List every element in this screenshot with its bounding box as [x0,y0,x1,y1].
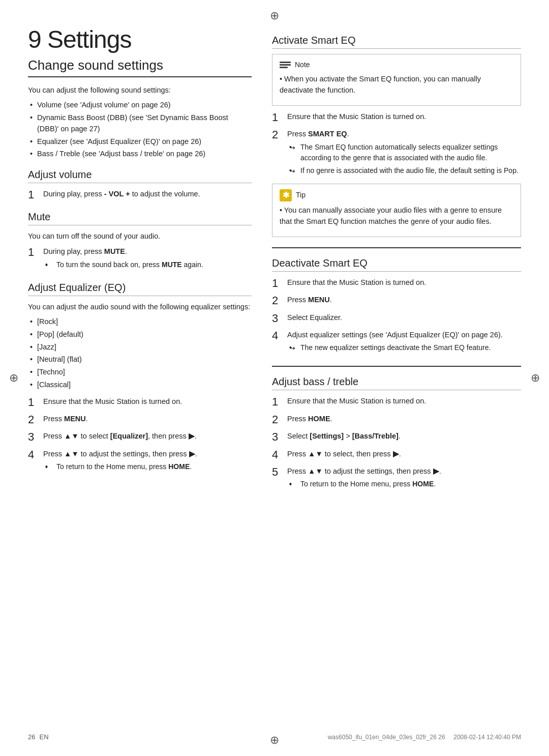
chapter-heading: 9 Settings [28,25,252,53]
step-item: 1 During play, press MUTE. • To turn the… [28,246,252,272]
list-item: [Neutral] (flat) [28,354,252,365]
step-num: 2 [272,128,283,141]
page-footer: 26 EN was6050_ifu_01en_04de_03es_02fr_26… [28,733,521,741]
sub-step-text: If no genre is associated with the audio… [300,165,518,177]
mute-intro: You can turn off the sound of your audio… [28,230,252,242]
step-num: 5 [272,466,283,479]
sub-step: • To turn the sound back on, press MUTE … [43,259,252,271]
footer-date: 2008-02-14 12:40:40 PM [453,734,521,741]
step-item: 2 Press MENU. [28,413,252,426]
step-num: 2 [272,413,283,426]
step-content: Press SMART EQ. ↪ The Smart EQ function … [287,128,521,178]
sub-step-text: To return to the Home menu, press HOME. [300,479,436,490]
mute-steps: 1 During play, press MUTE. • To turn the… [28,246,252,272]
step-content: Ensure that the Music Station is turned … [43,396,252,407]
list-item: Dynamic Bass Boost (DBB) (see 'Set Dynam… [28,112,252,135]
bullet: • [45,462,53,473]
adjust-eq-intro: You can adjust the audio sound with the … [28,301,252,312]
sub-step: • To return to the Home menu, press HOME… [43,461,252,473]
list-item: [Jazz] [28,342,252,353]
list-item: Volume (see 'Adjust volume' on page 26) [28,100,252,111]
footer-left: 26 EN [28,733,49,741]
step-item: 3 Select [Settings] > [Bass/Treble]. [272,430,521,444]
subsection-activate-eq: Activate Smart EQ [272,35,521,49]
footer-right: was6050_ifu_01en_04de_03es_02fr_26 26 20… [328,734,521,741]
step-content: Ensure that the Music Station is turned … [287,111,521,122]
note-header: Note [280,60,513,70]
eq-settings-list: [Rock] [Pop] (default) [Jazz] [Neutral] … [28,316,252,391]
footer-file: was6050_ifu_01en_04de_03es_02fr_26 26 [328,734,445,741]
sub-steps: • To turn the sound back on, press MUTE … [43,259,252,271]
reg-mark-top: ⊕ [270,9,279,22]
subsection-mute: Mute [28,211,252,225]
note-box: Note • When you activate the Smart EQ fu… [272,54,521,106]
tip-label: Tip [296,190,306,200]
step-item: 1 Ensure that the Music Station is turne… [28,396,252,409]
arrow-icon: ↪ [289,142,297,163]
page-lang: EN [39,733,48,741]
note-text: • When you activate the Smart EQ functio… [280,73,513,96]
sub-step: ↪ The new equalizer settings deactivate … [287,342,521,354]
step-content: Ensure that the Music Station is turned … [287,395,521,406]
reg-mark-right: ⊕ [531,371,540,385]
arrow-icon: ↪ [289,343,297,354]
step-content: Press MENU. [43,413,252,424]
sub-step-text: To turn the sound back on, press MUTE ag… [56,259,203,271]
subsection-adjust-bass: Adjust bass / treble [272,376,521,390]
list-item: [Rock] [28,316,252,328]
step-content: Select [Settings] > [Bass/Treble]. [287,430,521,442]
change-sound-intro: You can adjust the following sound setti… [28,84,252,96]
note-label: Note [295,60,310,70]
sub-step-text: To return to the Home menu, press HOME. [56,461,192,473]
section-divider [272,366,521,367]
sub-step-text: The new equalizer settings deactivate th… [300,342,491,354]
step-num: 2 [28,413,39,426]
step-content: Press ▲▼ to select, then press ▶. [287,448,521,459]
sub-steps: • To return to the Home menu, press HOME… [287,479,521,490]
sub-step: ↪ The Smart EQ function automatically se… [287,142,521,163]
tip-box: ✱ Tip • You can manually associate your … [272,184,521,237]
step-content: Press ▲▼ to adjust the settings, then pr… [43,448,252,475]
deactivate-eq-steps: 1 Ensure that the Music Station is turne… [272,277,521,356]
step-content: Press ▲▼ to adjust the settings, then pr… [287,466,521,492]
step-num: 3 [272,312,283,325]
list-item: [Classical] [28,380,252,391]
reg-mark-left: ⊕ [9,371,18,385]
settings-list: Volume (see 'Adjust volume' on page 26) … [28,100,252,160]
step-content: During play, press - VOL + to adjust the… [43,188,252,199]
step-item: 1 Ensure that the Music Station is turne… [272,395,521,409]
arrow-icon: ↪ [289,166,297,177]
step-content: Press ▲▼ to select [Equalizer], then pre… [43,430,252,442]
tip-header: ✱ Tip [280,189,513,201]
step-num: 4 [272,329,283,342]
step-num: 1 [272,277,283,290]
step-num: 2 [272,294,283,307]
left-column: 9 Settings Change sound settings You can… [28,25,252,496]
sub-steps: ↪ The Smart EQ function automatically se… [287,142,521,177]
adjust-volume-steps: 1 During play, press - VOL + to adjust t… [28,188,252,201]
tip-text: • You can manually associate your audio … [280,205,513,227]
activate-eq-steps: 1 Ensure that the Music Station is turne… [272,111,521,179]
list-item: Equalizer (see 'Adjust Equalizer (EQ)' o… [28,136,252,148]
step-content: Press HOME. [287,413,521,424]
step-content: During play, press MUTE. • To turn the s… [43,246,252,272]
step-content: Press MENU. [287,294,521,305]
eq-steps: 1 Ensure that the Music Station is turne… [28,396,252,475]
subsection-adjust-eq: Adjust Equalizer (EQ) [28,282,252,296]
step-num: 3 [272,430,283,444]
right-column: Activate Smart EQ Note • When you activa… [272,25,521,496]
page-number: 26 [28,733,35,741]
step-item: 4 Press ▲▼ to adjust the settings, then … [28,448,252,475]
step-num: 4 [272,448,283,461]
subsection-deactivate-eq: Deactivate Smart EQ [272,257,521,272]
step-num: 1 [28,396,39,409]
step-item: 2 Press HOME. [272,413,521,426]
step-item: 5 Press ▲▼ to adjust the settings, then … [272,466,521,492]
step-item: 4 Press ▲▼ to select, then press ▶. [272,448,521,461]
step-item: 4 Adjust equalizer settings (see 'Adjust… [272,329,521,356]
step-num: 1 [272,395,283,409]
step-num: 1 [28,188,39,201]
step-item: 1 Ensure that the Music Station is turne… [272,111,521,124]
sub-step: • To return to the Home menu, press HOME… [287,479,521,490]
step-item: 1 Ensure that the Music Station is turne… [272,277,521,290]
